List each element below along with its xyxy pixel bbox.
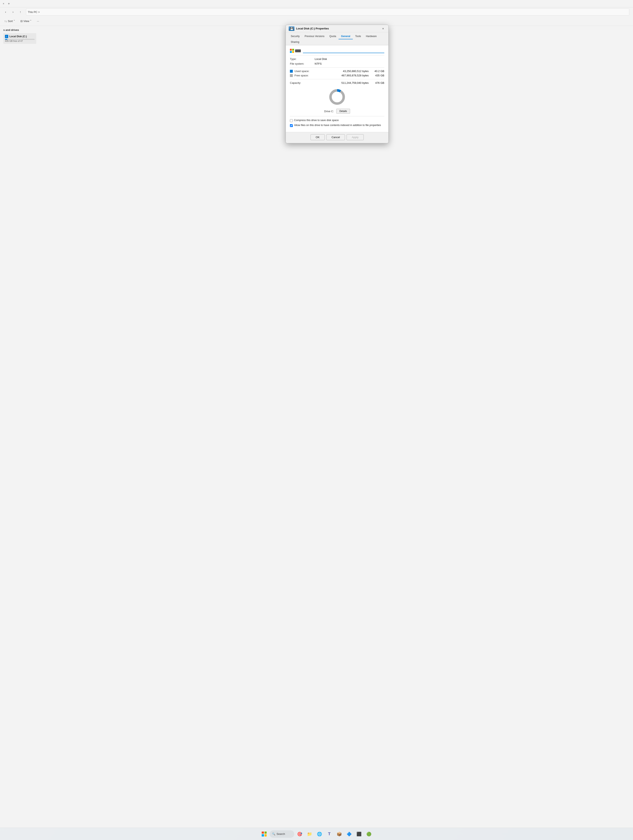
type-label: Type:	[290, 57, 315, 60]
more-options-button[interactable]: ···	[35, 18, 41, 24]
capacity-gb: 476 GB	[372, 81, 384, 84]
drive-item-c[interactable]: C Local Disk (C:) 435 GB free of 47	[3, 33, 36, 44]
tab-previous-versions[interactable]: Previous Versions	[302, 33, 327, 39]
index-label[interactable]: Allow files on this drive to have conten…	[294, 124, 381, 126]
compress-label[interactable]: Compress this drive to save disk space	[294, 119, 339, 122]
properties-dialog[interactable]: 💾 Local Disk (C:) Properties × Security …	[286, 25, 389, 143]
start-button[interactable]	[260, 829, 269, 838]
breadcrumb[interactable]: This PC >	[26, 8, 629, 16]
taskbar-teams[interactable]: T	[325, 829, 334, 838]
tab-tools[interactable]: Tools	[353, 33, 364, 39]
compress-checkbox[interactable]	[290, 119, 293, 122]
view-button[interactable]: ⊟ View ˅	[19, 18, 33, 24]
sort-chevron-icon: ˅	[14, 20, 15, 23]
capacity-label: Capacity:	[290, 81, 315, 84]
separator-1	[290, 55, 384, 55]
dialog-titlebar: 💾 Local Disk (C:) Properties ×	[286, 25, 388, 32]
taskbar-app-3[interactable]: 📦	[335, 829, 344, 838]
type-value: Local Disk	[315, 57, 327, 60]
explorer-toolbar: ‹ › ↑ This PC >	[0, 8, 633, 16]
view-chevron-icon: ˅	[30, 20, 32, 23]
filesystem-value: NTFS	[315, 62, 322, 65]
taskbar-app-3-icon: 📦	[337, 832, 342, 837]
tab-close-button[interactable]: ×	[2, 2, 5, 6]
separator-2	[290, 67, 384, 68]
sort-button[interactable]: ↑↓ Sort ˅	[3, 18, 17, 24]
start-logo-bl	[262, 834, 264, 837]
start-logo-br	[264, 834, 267, 837]
dialog-close-button[interactable]: ×	[380, 26, 386, 32]
apply-button[interactable]: Apply	[347, 134, 364, 140]
tab-sharing[interactable]: Sharing	[288, 39, 302, 45]
free-bytes: 467,993,878,528 bytes	[315, 74, 372, 77]
used-gb: 40.2 GB	[372, 69, 384, 73]
start-logo-tl	[262, 832, 264, 834]
filesystem-label: File system:	[290, 62, 315, 65]
nav-up-button[interactable]: ↑	[17, 9, 24, 15]
win-logo-br	[292, 51, 294, 53]
drive-name: Local Disk (C:)	[9, 35, 27, 38]
index-checkbox-row: Allow files on this drive to have conten…	[290, 124, 384, 127]
taskbar-chrome[interactable]: 🟢	[364, 829, 373, 838]
filesystem-row: File system: NTFS	[290, 62, 384, 65]
nav-forward-button[interactable]: ›	[10, 9, 16, 15]
capacity-row: Capacity: 511,244,759,040 bytes 476 GB	[290, 81, 384, 84]
taskbar: 🔍 Search 🎯 📁 🌐 T 📦 🔷 ⬛ 🟢	[0, 827, 633, 840]
win-logo-tl	[290, 49, 292, 51]
taskbar-app-4[interactable]: ⬛	[354, 829, 364, 838]
taskbar-search-icon: 🔍	[272, 832, 275, 835]
start-logo-tr	[264, 832, 267, 834]
drive-label-row: Drive C: Details	[290, 109, 384, 114]
breadcrumb-separator: >	[38, 11, 40, 14]
ok-button[interactable]: OK	[310, 134, 325, 140]
donut-chart	[328, 88, 347, 107]
free-color-box	[290, 74, 293, 77]
taskbar-teams-icon: T	[328, 832, 331, 836]
tab-hardware[interactable]: Hardware	[364, 33, 379, 39]
sort-icon: ↑↓	[4, 20, 7, 23]
drive-c-label: Drive C:	[324, 110, 334, 113]
nav-back-button[interactable]: ‹	[3, 9, 9, 15]
win-logo-bl	[290, 51, 292, 53]
free-gb: 435 GB	[372, 74, 384, 77]
cancel-button[interactable]: Cancel	[326, 134, 345, 140]
view-label: View	[24, 20, 29, 23]
drive-free-space: 435 GB free of 47	[5, 40, 35, 42]
explorer-titlebar: × +	[0, 0, 633, 8]
taskbar-app-2-icon: 🌐	[317, 832, 322, 837]
more-options-icon: ···	[37, 20, 39, 23]
tab-add-button[interactable]: +	[6, 1, 11, 6]
tab-general[interactable]: General	[339, 33, 353, 39]
breadcrumb-this-pc[interactable]: This PC	[28, 11, 37, 14]
tab-security[interactable]: Security	[288, 33, 302, 39]
taskbar-edge-icon: 🔷	[347, 832, 352, 837]
type-row: Type: Local Disk	[290, 57, 384, 60]
index-checkbox[interactable]	[290, 124, 293, 127]
sort-label: Sort	[8, 20, 13, 23]
taskbar-file-explorer-icon: 📁	[307, 832, 312, 837]
taskbar-edge[interactable]: 🔷	[345, 829, 354, 838]
dialog-hdd-icon: 💾	[289, 26, 294, 31]
used-space-row: Used space: 43,250,880,512 bytes 40.2 GB	[290, 69, 384, 73]
compress-checkbox-row: Compress this drive to save disk space	[290, 119, 384, 122]
used-label: Used space:	[294, 69, 315, 73]
svg-point-2	[332, 92, 342, 101]
used-color-box	[290, 70, 293, 73]
win-logo-tr	[292, 49, 294, 51]
taskbar-app-1[interactable]: 🎯	[295, 829, 304, 838]
capacity-bytes: 511,244,759,040 bytes	[315, 81, 372, 84]
tab-quota[interactable]: Quota	[327, 33, 339, 39]
taskbar-search-button[interactable]: 🔍 Search	[269, 831, 294, 838]
dialog-title-left: 💾 Local Disk (C:) Properties	[289, 26, 329, 31]
free-space-row: Free space: 467,993,878,528 bytes 435 GB	[290, 74, 384, 77]
dialog-footer: OK Cancel Apply	[286, 132, 388, 143]
dialog-tabs: Security Previous Versions Quota General…	[286, 32, 388, 45]
used-bytes: 43,250,880,512 bytes	[315, 69, 372, 73]
taskbar-search-label: Search	[277, 832, 285, 835]
drive-name-input[interactable]	[303, 49, 384, 53]
free-label: Free space:	[294, 74, 315, 77]
taskbar-file-explorer[interactable]: 📁	[305, 829, 314, 838]
details-button[interactable]: Details	[336, 109, 350, 114]
taskbar-app-2[interactable]: 🌐	[315, 829, 324, 838]
dialog-body: Type: Local Disk File system: NTFS Used …	[286, 45, 388, 132]
